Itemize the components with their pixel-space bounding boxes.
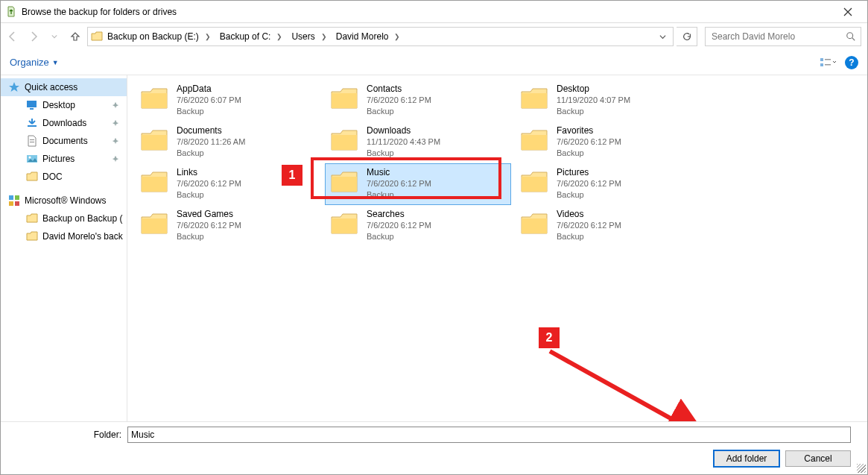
file-item[interactable]: AppData7/6/2020 6:07 PMBackup [135, 80, 321, 122]
file-item[interactable]: Searches7/6/2020 6:12 PMBackup [325, 205, 511, 247]
svg-point-11 [29, 157, 31, 159]
file-list: AppData7/6/2020 6:07 PMBackupContacts7/6… [127, 75, 867, 421]
svg-rect-13 [15, 195, 19, 200]
sidebar-item-pictures[interactable]: Pictures [1, 150, 127, 168]
search-icon [846, 31, 856, 42]
annotation-badge-1: 1 [282, 165, 302, 186]
file-item-meta: Links7/6/2020 6:12 PMBackup [177, 166, 241, 201]
chevron-right-icon: ❯ [321, 33, 327, 40]
folder-icon [139, 83, 169, 113]
breadcrumb-2[interactable]: Users ❯ [287, 28, 331, 45]
annotation-badge-2: 2 [539, 327, 560, 348]
svg-rect-15 [15, 201, 19, 206]
folder-icon [329, 83, 359, 113]
breadcrumb-1-label: Backup of C: [220, 31, 271, 42]
folder-icon [519, 208, 549, 238]
file-item[interactable]: Desktop11/19/2020 4:07 PMBackup [515, 80, 701, 122]
address-dropdown-button[interactable] [655, 34, 670, 40]
windows-icon [8, 195, 20, 207]
nav-recent-dropdown[interactable] [45, 28, 63, 45]
sidebar-documents-label: Documents [42, 136, 88, 146]
chevron-down-icon: ▼ [52, 59, 59, 66]
bottom-panel: Folder: Add folder Cancel [1, 421, 867, 474]
cancel-button[interactable]: Cancel [785, 450, 851, 467]
svg-rect-7 [28, 125, 37, 127]
file-item-kind: Backup [557, 231, 621, 242]
file-item-date: 11/11/2020 4:43 PM [367, 136, 440, 148]
svg-rect-6 [30, 108, 34, 110]
close-button[interactable] [833, 4, 863, 20]
breadcrumb-3[interactable]: David Morelo ❯ [332, 28, 405, 45]
chevron-right-icon: ❯ [276, 33, 282, 40]
file-item-kind: Backup [557, 148, 621, 159]
folder-name-row: Folder: [10, 427, 858, 443]
file-item-name: Pictures [557, 166, 621, 178]
pictures-icon [26, 153, 38, 165]
svg-rect-4 [825, 64, 831, 66]
organize-menu[interactable]: Organize ▼ [10, 57, 59, 68]
refresh-button[interactable] [677, 27, 697, 46]
search-box[interactable] [705, 27, 861, 46]
file-item-date: 7/6/2020 6:12 PM [367, 220, 431, 231]
file-item[interactable]: Contacts7/6/2020 6:12 PMBackup [325, 80, 511, 122]
file-item-meta: Downloads11/11/2020 4:43 PMBackup [367, 125, 440, 159]
svg-rect-14 [9, 201, 13, 206]
sidebar-item-backup-on-backup[interactable]: Backup on Backup ( [1, 210, 127, 227]
sidebar-ms-windows-label: Microsoft® Windows [25, 195, 107, 206]
file-item[interactable]: Pictures7/6/2020 6:12 PMBackup [515, 163, 701, 205]
file-item[interactable]: Favorites7/6/2020 6:12 PMBackup [515, 122, 701, 163]
address-bar[interactable]: Backup on Backup (E:) ❯ Backup of C: ❯ U… [87, 27, 674, 46]
file-item[interactable]: Documents7/8/2020 11:26 AMBackup [135, 122, 321, 163]
svg-rect-1 [820, 58, 823, 61]
breadcrumb-0[interactable]: Backup on Backup (E:) ❯ [103, 28, 215, 45]
add-folder-button[interactable]: Add folder [714, 450, 779, 467]
sidebar-quick-access[interactable]: Quick access [1, 78, 127, 96]
resize-grip[interactable] [857, 464, 866, 473]
file-item-name: Videos [557, 208, 621, 220]
sidebar-ms-windows[interactable]: Microsoft® Windows [1, 192, 127, 210]
annotation-highlight-1 [311, 157, 501, 199]
chevron-right-icon: ❯ [205, 33, 211, 40]
file-item[interactable]: Saved Games7/6/2020 6:12 PMBackup [135, 205, 321, 247]
pin-icon [112, 101, 121, 110]
folder-icon [91, 31, 103, 43]
file-item-date: 7/8/2020 11:26 AM [177, 136, 245, 148]
titlebar: Browse the backup for folders or drives [1, 1, 867, 23]
folder-name-input[interactable] [127, 427, 851, 443]
file-item-kind: Backup [177, 148, 245, 159]
nav-back-button[interactable] [4, 28, 22, 45]
folder-icon [329, 208, 359, 238]
help-button[interactable]: ? [845, 56, 858, 69]
nav-row: Backup on Backup (E:) ❯ Backup of C: ❯ U… [1, 23, 867, 50]
file-item-name: Links [177, 166, 241, 178]
add-folder-label: Add folder [726, 453, 767, 464]
sidebar-item-desktop[interactable]: Desktop [1, 96, 127, 114]
sidebar-downloads-label: Downloads [42, 118, 86, 128]
annotation-arrow [541, 336, 727, 421]
search-input[interactable] [710, 31, 846, 43]
file-item-name: AppData [177, 83, 241, 95]
file-item-meta: Desktop11/19/2020 4:07 PMBackup [557, 83, 630, 117]
sidebar-quick-access-label: Quick access [25, 82, 77, 92]
breadcrumb-0-label: Backup on Backup (E:) [107, 31, 199, 42]
sidebar-item-david-backup[interactable]: David Morelo's back [1, 227, 127, 245]
desktop-icon [26, 99, 38, 111]
breadcrumb-1[interactable]: Backup of C: ❯ [215, 28, 288, 45]
folder-name-label: Folder: [10, 430, 121, 440]
sidebar-item-documents[interactable]: Documents [1, 132, 127, 150]
svg-rect-12 [9, 195, 13, 200]
body: Quick access Desktop Downloads Documents… [1, 75, 867, 421]
nav-forward-button[interactable] [25, 28, 42, 45]
sidebar-item-doc[interactable]: DOC [1, 168, 127, 186]
file-item-date: 7/6/2020 6:12 PM [367, 95, 431, 106]
file-item-name: Desktop [557, 83, 630, 95]
view-options-button[interactable] [820, 56, 836, 69]
nav-up-button[interactable] [66, 28, 84, 45]
file-item-date: 7/6/2020 6:12 PM [557, 178, 621, 189]
file-item-kind: Backup [557, 106, 630, 117]
file-item-meta: Contacts7/6/2020 6:12 PMBackup [367, 83, 431, 117]
file-item-name: Searches [367, 208, 431, 220]
file-item[interactable]: Videos7/6/2020 6:12 PMBackup [515, 205, 701, 247]
file-item-meta: Pictures7/6/2020 6:12 PMBackup [557, 166, 621, 201]
sidebar-item-downloads[interactable]: Downloads [1, 114, 127, 132]
